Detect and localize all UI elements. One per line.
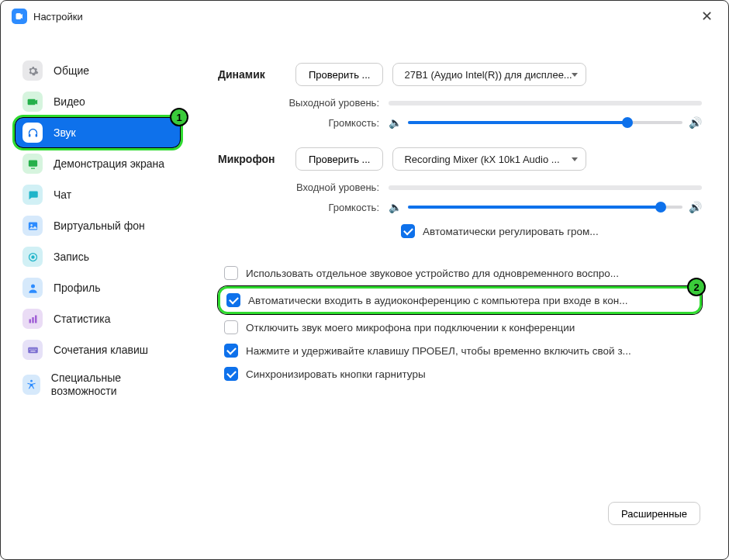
annotation-badge-2: 2 xyxy=(687,278,706,296)
mic-heading: Микрофон xyxy=(218,153,295,165)
sidebar-item-profile[interactable]: Профиль xyxy=(15,272,181,303)
sidebar-item-chat[interactable]: Чат xyxy=(15,179,181,210)
sidebar-item-label: Звук xyxy=(54,126,76,139)
keyboard-icon xyxy=(22,340,43,360)
speaker-volume-slider[interactable]: 🔈 🔊 xyxy=(389,116,702,129)
speaker-low-icon: 🔈 xyxy=(389,116,402,129)
sidebar-item-recording[interactable]: Запись xyxy=(15,241,181,272)
svg-rect-13 xyxy=(31,348,32,349)
svg-point-17 xyxy=(30,380,33,382)
sidebar-item-video[interactable]: Видео xyxy=(15,86,181,117)
checkbox[interactable] xyxy=(224,367,238,381)
chat-icon xyxy=(22,185,43,205)
speaker-device-value: 27B1 (Аудио Intel(R)) для дисплее... xyxy=(404,69,572,81)
test-mic-button[interactable]: Проверить ... xyxy=(295,147,383,171)
gear-icon xyxy=(22,60,43,81)
speaker-row: Динамик Проверить ... 27B1 (Аудио Intel(… xyxy=(218,63,702,86)
sidebar-item-label: Видео xyxy=(54,95,85,108)
speaker-output-level-row: Выходной уровень: xyxy=(218,97,702,109)
speaker-volume-label: Громкость: xyxy=(218,117,389,129)
svg-rect-8 xyxy=(29,319,31,323)
svg-point-7 xyxy=(31,284,35,288)
svg-rect-14 xyxy=(33,348,34,349)
option-label: Нажмите и удерживайте клавишу ПРОБЕЛ, чт… xyxy=(246,345,631,357)
input-level-label: Входной уровень: xyxy=(218,181,389,193)
svg-rect-1 xyxy=(35,133,37,137)
sidebar-item-share[interactable]: Демонстрация экрана xyxy=(15,148,181,179)
mic-device-value: Recording Mixer (kX 10k1 Audio ... xyxy=(404,154,559,165)
sidebar-item-label: Общие xyxy=(54,64,89,77)
settings-window: Настройки ✕ Общие Видео 1 Звук Демонстра… xyxy=(0,0,729,560)
mic-volume-label: Громкость: xyxy=(218,202,389,213)
camera-icon xyxy=(15,12,24,21)
slider-track[interactable] xyxy=(408,121,682,124)
svg-rect-12 xyxy=(29,348,30,349)
auto-join-audio-option[interactable]: 2 Автоматически входить в аудиоконференц… xyxy=(218,286,702,314)
mic-volume-row: Громкость: 🔈 🔊 xyxy=(218,201,702,213)
svg-rect-15 xyxy=(35,348,36,349)
push-to-talk-option[interactable]: Нажмите и удерживайте клавишу ПРОБЕЛ, чт… xyxy=(218,339,702,362)
sidebar-item-accessibility[interactable]: Специальные возможности xyxy=(15,365,181,404)
slider-track[interactable] xyxy=(408,206,682,209)
checkbox[interactable] xyxy=(224,320,238,334)
option-label: Автоматически регулировать гром... xyxy=(423,226,599,237)
svg-rect-9 xyxy=(32,317,34,323)
sidebar-item-label: Виртуальный фон xyxy=(54,220,145,232)
checkbox[interactable] xyxy=(401,224,415,238)
mic-volume-slider[interactable]: 🔈 🔊 xyxy=(389,201,702,213)
sidebar: Общие Видео 1 Звук Демонстрация экрана Ч… xyxy=(1,32,195,559)
share-screen-icon xyxy=(22,154,43,174)
input-level-meter xyxy=(389,185,702,190)
sidebar-item-virtual-bg[interactable]: Виртуальный фон xyxy=(15,210,181,241)
headphones-icon xyxy=(22,123,43,143)
svg-rect-16 xyxy=(30,351,35,351)
video-icon xyxy=(22,92,43,112)
speaker-volume-row: Громкость: 🔈 🔊 xyxy=(218,116,702,129)
window-body: Общие Видео 1 Звук Демонстрация экрана Ч… xyxy=(1,32,728,559)
close-button[interactable]: ✕ xyxy=(696,5,717,27)
separate-device-option[interactable]: Использовать отдельное звуковое устройст… xyxy=(218,261,702,285)
sidebar-item-label: Специальные возможности xyxy=(51,372,173,398)
mic-device-select[interactable]: Recording Mixer (kX 10k1 Audio ... xyxy=(392,147,586,171)
speaker-high-icon: 🔊 xyxy=(689,201,702,213)
checkbox[interactable] xyxy=(224,344,238,358)
auto-adjust-volume-option[interactable]: Автоматически регулировать гром... xyxy=(395,220,702,243)
option-label: Использовать отдельное звуковое устройст… xyxy=(246,268,619,279)
mute-on-join-option[interactable]: Отключить звук моего микрофона при подкл… xyxy=(218,316,702,339)
speaker-low-icon: 🔈 xyxy=(389,201,402,213)
image-icon xyxy=(22,216,43,236)
user-icon xyxy=(22,278,43,298)
svg-point-4 xyxy=(30,224,33,226)
advanced-button[interactable]: Расширенные xyxy=(608,502,700,525)
sidebar-item-label: Сочетания клавиш xyxy=(54,344,148,356)
sidebar-item-label: Демонстрация экрана xyxy=(54,157,164,170)
audio-settings-panel: Динамик Проверить ... 27B1 (Аудио Intel(… xyxy=(195,32,728,559)
annotation-badge-1: 1 xyxy=(170,108,188,126)
option-label: Автоматически входить в аудиоконференцию… xyxy=(248,295,628,306)
checkbox[interactable] xyxy=(226,293,240,307)
sidebar-item-audio[interactable]: 1 Звук xyxy=(15,117,181,148)
sidebar-item-shortcuts[interactable]: Сочетания клавиш xyxy=(15,334,181,365)
stats-icon xyxy=(22,309,43,329)
svg-rect-2 xyxy=(28,160,36,166)
speaker-device-select[interactable]: 27B1 (Аудио Intel(R)) для дисплее... xyxy=(392,63,586,86)
output-level-meter xyxy=(389,101,702,105)
titlebar: Настройки ✕ xyxy=(1,1,728,32)
speaker-heading: Динамик xyxy=(218,68,295,81)
accessibility-icon xyxy=(22,375,40,395)
sidebar-item-general[interactable]: Общие xyxy=(15,55,181,86)
svg-point-6 xyxy=(31,255,34,258)
svg-rect-0 xyxy=(28,133,30,137)
checkbox[interactable] xyxy=(224,266,238,280)
sidebar-item-label: Чат xyxy=(54,188,71,201)
window-title: Настройки xyxy=(33,11,83,22)
sidebar-item-stats[interactable]: Статистика xyxy=(15,303,181,334)
sync-headset-option[interactable]: Синхронизировать кнопки гарнитуры xyxy=(218,362,702,385)
svg-rect-11 xyxy=(28,347,38,353)
test-speaker-button[interactable]: Проверить ... xyxy=(295,63,383,86)
sidebar-item-label: Статистика xyxy=(54,313,111,325)
sidebar-item-label: Запись xyxy=(54,251,89,263)
mic-input-level-row: Входной уровень: xyxy=(218,181,702,193)
option-label: Отключить звук моего микрофона при подкл… xyxy=(246,322,575,334)
record-icon xyxy=(22,247,43,267)
